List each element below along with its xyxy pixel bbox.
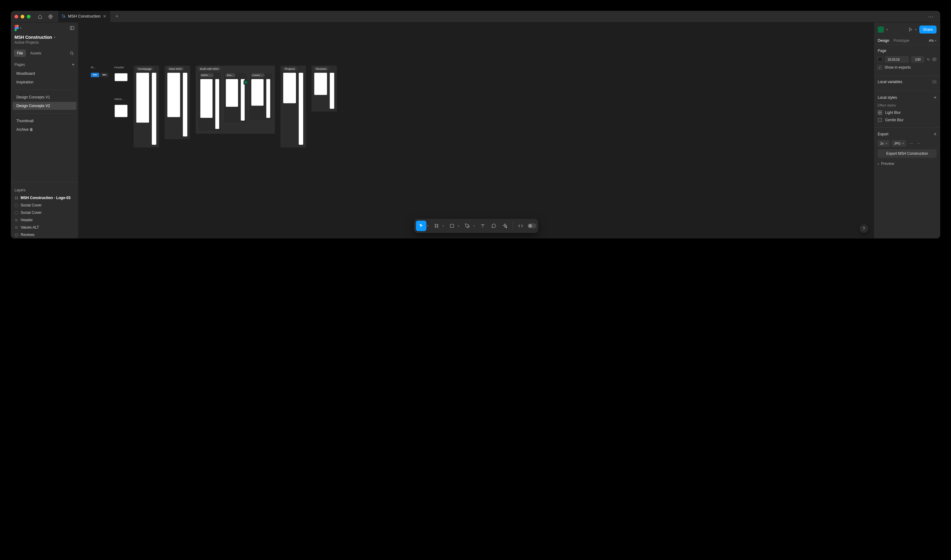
style-item[interactable]: Light Blur xyxy=(878,109,937,116)
page-item[interactable]: Design Concepts V1 xyxy=(12,93,76,101)
frame-thumbnail[interactable] xyxy=(226,79,238,107)
project-name[interactable]: Active Projects xyxy=(11,40,78,48)
tool-comment[interactable] xyxy=(489,221,499,231)
tab-design[interactable]: Design xyxy=(878,38,889,43)
frame-thumbnail[interactable] xyxy=(330,72,334,109)
present-button[interactable] xyxy=(908,28,913,32)
tool-text[interactable] xyxy=(478,221,488,231)
pages-header[interactable]: Pages xyxy=(14,63,25,67)
tool-actions[interactable] xyxy=(500,221,510,231)
layer-item[interactable]: Social Cover xyxy=(11,202,78,209)
tool-frame[interactable] xyxy=(431,221,442,231)
frame-thumbnail[interactable] xyxy=(167,72,180,117)
visibility-toggle[interactable] xyxy=(932,57,937,62)
section-reviews[interactable]: Reviews xyxy=(311,66,337,111)
frame-thumbnail[interactable] xyxy=(152,72,156,145)
page-bg-opacity-input[interactable]: 100 xyxy=(911,56,924,63)
panel-toggle-button[interactable] xyxy=(69,26,74,31)
subsection-commercial[interactable]: Comme… xyxy=(249,72,273,121)
style-item[interactable]: Gentle Blur xyxy=(878,116,937,124)
section-projects[interactable]: Projects xyxy=(281,66,306,148)
zoom-control[interactable]: 4% ▾ xyxy=(929,39,937,43)
page-item[interactable]: Thumbnail xyxy=(12,117,76,125)
tool-move[interactable] xyxy=(416,221,426,231)
page-bg-hex-input[interactable]: 1E1E1E xyxy=(885,56,909,63)
variables-settings-button[interactable] xyxy=(932,80,937,84)
frame-thumbnail[interactable] xyxy=(201,79,213,118)
export-remove-button[interactable]: − xyxy=(916,141,921,146)
page-item-selected[interactable]: Design Concepts V2 xyxy=(12,102,76,110)
export-options-button[interactable]: ⋯ xyxy=(908,141,914,146)
page-item[interactable]: Archive 🗑 xyxy=(12,126,76,134)
community-button[interactable] xyxy=(45,12,56,21)
layers-header[interactable]: Layers xyxy=(14,188,26,192)
help-button[interactable]: ? xyxy=(860,224,868,233)
page-item[interactable]: Moodboard xyxy=(12,69,76,77)
frame-label[interactable]: Value… xyxy=(114,97,128,101)
frame-label[interactable]: Header xyxy=(114,66,128,69)
frame-thumbnail[interactable] xyxy=(251,79,264,106)
figma-menu-button[interactable]: ▾ xyxy=(14,25,22,31)
layer-item[interactable]: Header xyxy=(11,216,78,224)
frame-thumbnail[interactable] xyxy=(114,105,127,117)
frame-thumbnail[interactable] xyxy=(283,72,296,103)
export-button[interactable]: Export MSH Construction xyxy=(878,149,937,158)
page-bg-swatch[interactable] xyxy=(878,57,883,62)
frame-thumbnail[interactable] xyxy=(314,72,327,95)
page-item[interactable]: Inspiration xyxy=(12,78,76,86)
section-meet-msh[interactable]: Meet MSH xyxy=(164,66,190,139)
frame-thumbnail[interactable] xyxy=(114,73,127,81)
file-tab[interactable]: MSH Construction ✕ xyxy=(58,11,110,23)
section-homepage[interactable]: Homepage xyxy=(134,66,159,148)
frame-thumbnail[interactable] xyxy=(183,72,187,136)
window-menu-button[interactable]: ⋯ xyxy=(925,13,937,20)
subsection-residential[interactable]: Res… xyxy=(223,72,247,123)
tab-prototype[interactable]: Prototype xyxy=(894,38,909,43)
frame-label[interactable]: M… xyxy=(91,66,109,69)
tool-move-chevron[interactable]: ▾ xyxy=(427,224,431,228)
frame-thumbnail[interactable] xyxy=(136,72,149,123)
show-in-exports-checkbox[interactable] xyxy=(878,65,882,69)
layer-item[interactable]: Reviews xyxy=(11,231,78,238)
tool-frame-chevron[interactable]: ▾ xyxy=(443,224,446,228)
frame-thumbnail[interactable] xyxy=(241,79,245,121)
canvas[interactable]: M… MSH MSH Header Value… xyxy=(79,23,874,238)
subsection-bwm[interactable]: BWM L… xyxy=(198,72,221,132)
layer-item[interactable]: Values ALT xyxy=(11,224,78,231)
frame-logo-dark[interactable]: MSH xyxy=(100,72,109,77)
tool-dev-mode[interactable] xyxy=(516,221,526,231)
share-button[interactable]: Share xyxy=(919,26,937,34)
section-build-with-msh[interactable]: Build with MSH BWM L… Res… xyxy=(196,66,275,134)
frame-thumbnail[interactable] xyxy=(299,72,303,145)
layer-item[interactable]: Social Cover xyxy=(11,209,78,216)
export-scale-select[interactable]: 2x▾ xyxy=(878,140,890,147)
preview-toggle[interactable]: ▸ Preview xyxy=(878,160,937,167)
export-format-select[interactable]: JPG▾ xyxy=(892,140,906,147)
window-minimize-button[interactable] xyxy=(21,15,24,18)
dev-mode-toggle[interactable] xyxy=(528,223,536,228)
layer-item[interactable]: MSH Construction - Logo-03 xyxy=(11,194,78,202)
user-avatar[interactable] xyxy=(878,26,884,32)
file-name-button[interactable]: MSH Construction ▾ xyxy=(11,34,78,40)
home-button[interactable] xyxy=(35,12,45,21)
add-export-button[interactable]: + xyxy=(934,131,937,137)
add-page-button[interactable]: + xyxy=(72,62,74,68)
collaborator-avatar[interactable] xyxy=(244,80,248,85)
new-tab-button[interactable]: + xyxy=(112,13,122,20)
chevron-down-icon[interactable]: ▾ xyxy=(886,28,888,31)
tab-assets[interactable]: Assets xyxy=(27,49,44,57)
search-button[interactable] xyxy=(68,50,75,57)
tool-shape[interactable] xyxy=(447,221,457,231)
tab-file[interactable]: File xyxy=(14,49,26,57)
tool-shape-chevron[interactable]: ▾ xyxy=(458,224,462,228)
frame-thumbnail[interactable] xyxy=(215,79,219,129)
chevron-down-icon[interactable]: ▾ xyxy=(915,28,917,31)
frame-thumbnail[interactable] xyxy=(266,79,270,118)
tool-pen[interactable] xyxy=(462,221,473,231)
window-maximize-button[interactable] xyxy=(27,15,31,18)
add-style-button[interactable]: + xyxy=(934,95,937,100)
frame-logo-blue[interactable]: MSH xyxy=(91,72,99,77)
window-close-button[interactable] xyxy=(14,15,18,18)
tab-close-button[interactable]: ✕ xyxy=(103,14,107,19)
tool-pen-chevron[interactable]: ▾ xyxy=(473,224,477,228)
